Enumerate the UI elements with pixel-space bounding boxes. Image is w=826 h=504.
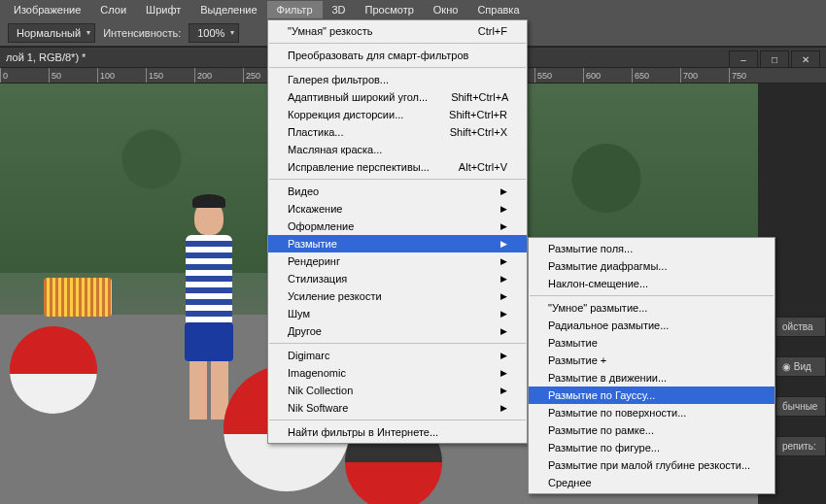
menu-item-label: Размытие диафрагмы...	[548, 260, 667, 272]
menu-item-label: Nik Software	[288, 402, 348, 414]
close-button[interactable]: ✕	[791, 50, 820, 68]
menubar-item-изображение[interactable]: Изображение	[4, 1, 90, 18]
filter-menu-item[interactable]: Видео▶	[268, 183, 527, 200]
menu-item-label: Размытие поля...	[548, 243, 633, 254]
ruler-tick: 50	[49, 68, 97, 83]
menu-separator	[530, 295, 774, 296]
menu-item-label: Найти фильтры в Интернете...	[288, 426, 438, 438]
blur-submenu-item[interactable]: Размытие диафрагмы...	[529, 257, 774, 275]
panel-view[interactable]: ◉ Вид	[775, 356, 826, 377]
submenu-arrow-icon: ▶	[500, 256, 507, 266]
menu-item-label: Шум	[288, 308, 310, 319]
menubar-item-фильтр[interactable]: Фильтр	[267, 1, 323, 18]
window-controls: – □ ✕	[729, 50, 820, 68]
ruler-tick: 750	[729, 68, 777, 83]
menu-item-label: Размытие +	[548, 354, 606, 366]
submenu-arrow-icon: ▶	[500, 186, 507, 196]
menu-item-label: Другое	[288, 325, 322, 337]
filter-menu-item[interactable]: Искажение▶	[268, 200, 527, 218]
menu-item-label: Среднее	[548, 477, 592, 488]
blur-submenu-item[interactable]: Наклон-смещение...	[529, 275, 774, 292]
menubar-item-выделение[interactable]: Выделение	[190, 1, 266, 18]
menu-item-label: Масляная краска...	[288, 144, 382, 155]
menu-item-label: Размытие при малой глубине резкости...	[548, 459, 750, 471]
filter-menu-item[interactable]: Digimarc▶	[268, 347, 527, 364]
menu-separator	[269, 343, 526, 344]
menu-item-label: Imagenomic	[288, 367, 346, 379]
blur-submenu-item[interactable]: Радиальное размытие...	[529, 317, 774, 334]
menubar-item-справка[interactable]: Справка	[467, 1, 529, 18]
maximize-button[interactable]: □	[760, 50, 789, 68]
menu-item-label: Nik Collection	[288, 385, 353, 396]
blur-submenu-item[interactable]: Размытие по фигуре...	[529, 439, 774, 456]
menu-item-label: Радиальное размытие...	[548, 319, 669, 331]
blend-mode-dropdown[interactable]: Нормальный ▾	[8, 23, 95, 43]
filter-menu-item[interactable]: Масляная краска...	[268, 141, 527, 158]
filter-menu-item[interactable]: Imagenomic▶	[268, 364, 527, 382]
filter-menu-item[interactable]: Коррекция дисторсии...Shift+Ctrl+R	[268, 106, 527, 123]
blur-submenu-item[interactable]: Размытие +	[529, 352, 774, 369]
menu-item-label: Стилизация	[288, 273, 347, 285]
blur-submenu-item[interactable]: "Умное" размытие...	[529, 299, 774, 317]
menu-shortcut: Shift+Ctrl+A	[451, 91, 508, 103]
ruler-tick: 0	[0, 68, 49, 83]
filter-menu-item[interactable]: Пластика...Shift+Ctrl+X	[268, 123, 527, 141]
menu-item-label: Размытие	[548, 337, 598, 349]
menu-item-label: "Умная" резкость	[288, 25, 372, 37]
filter-menu-item[interactable]: Преобразовать для смарт-фильтров	[268, 47, 527, 64]
filter-menu-item[interactable]: Оформление▶	[268, 218, 527, 235]
filter-menu-item[interactable]: Шум▶	[268, 305, 527, 322]
submenu-arrow-icon: ▶	[500, 274, 507, 284]
menu-separator	[269, 43, 526, 44]
menubar-item-окно[interactable]: Окно	[424, 1, 468, 18]
menu-item-label: Видео	[288, 185, 319, 197]
menubar-item-просмотр[interactable]: Просмотр	[356, 1, 424, 18]
blur-submenu-item[interactable]: Размытие по Гауссу...	[529, 386, 774, 404]
menubar-item-3d[interactable]: 3D	[323, 1, 356, 18]
chevron-down-icon: ▾	[86, 28, 90, 37]
filter-menu-item[interactable]: "Умная" резкостьCtrl+F	[268, 22, 527, 40]
intensity-label: Интенсивность:	[103, 27, 181, 39]
submenu-arrow-icon: ▶	[500, 386, 507, 395]
filter-menu-item[interactable]: Размытие▶	[268, 235, 527, 252]
filter-menu-item[interactable]: Усиление резкости▶	[268, 287, 527, 305]
minimize-button[interactable]: –	[729, 50, 758, 68]
filter-menu-item[interactable]: Рендеринг▶	[268, 252, 527, 270]
panel-lock[interactable]: репить:	[775, 436, 826, 456]
ruler-tick: 150	[146, 68, 194, 83]
blur-submenu-item[interactable]: Размытие по поверхности...	[529, 404, 774, 421]
menu-shortcut: Alt+Ctrl+V	[459, 161, 507, 173]
filter-menu-item[interactable]: Исправление перспективы...Alt+Ctrl+V	[268, 158, 527, 176]
blend-mode-value: Нормальный	[17, 27, 81, 39]
menu-item-label: Digimarc	[288, 350, 329, 361]
submenu-arrow-icon: ▶	[500, 309, 507, 319]
ruler-tick: 550	[534, 68, 583, 83]
menubar-item-шрифт[interactable]: Шрифт	[136, 1, 190, 18]
filter-menu-item[interactable]: Nik Collection▶	[268, 382, 527, 399]
ruler-tick: 200	[194, 68, 243, 83]
intensity-dropdown[interactable]: 100% ▾	[189, 23, 239, 43]
menubar-item-слои[interactable]: Слои	[90, 1, 136, 18]
document-tab[interactable]: лой 1, RGB/8*) *	[6, 51, 86, 63]
filter-menu-item[interactable]: Галерея фильтров...	[268, 71, 527, 88]
panel-ordinary[interactable]: бычные	[775, 396, 826, 417]
filter-menu-item[interactable]: Адаптивный широкий угол...Shift+Ctrl+A	[268, 88, 527, 106]
menu-item-label: Преобразовать для смарт-фильтров	[288, 50, 468, 61]
blur-submenu-item[interactable]: Размытие по рамке...	[529, 421, 774, 439]
filter-menu-item[interactable]: Найти фильтры в Интернете...	[268, 423, 527, 441]
menu-separator	[269, 420, 526, 420]
blur-submenu: Размытие поля...Размытие диафрагмы...Нак…	[528, 237, 775, 494]
submenu-arrow-icon: ▶	[500, 351, 507, 360]
panel-properties[interactable]: ойства	[775, 317, 826, 337]
blur-submenu-item[interactable]: Размытие в движении...	[529, 369, 774, 386]
filter-menu-item[interactable]: Другое▶	[268, 322, 527, 340]
blur-submenu-item[interactable]: Среднее	[529, 474, 774, 491]
filter-menu-item[interactable]: Nik Software▶	[268, 399, 527, 417]
blur-submenu-item[interactable]: Размытие	[529, 334, 774, 352]
blur-submenu-item[interactable]: Размытие при малой глубине резкости...	[529, 456, 774, 474]
blur-submenu-item[interactable]: Размытие поля...	[529, 240, 774, 257]
intensity-value: 100%	[197, 27, 224, 39]
chevron-down-icon: ▾	[230, 28, 234, 37]
menubar: ИзображениеСлоиШрифтВыделениеФильтр3DПро…	[0, 0, 826, 19]
filter-menu-item[interactable]: Стилизация▶	[268, 270, 527, 287]
